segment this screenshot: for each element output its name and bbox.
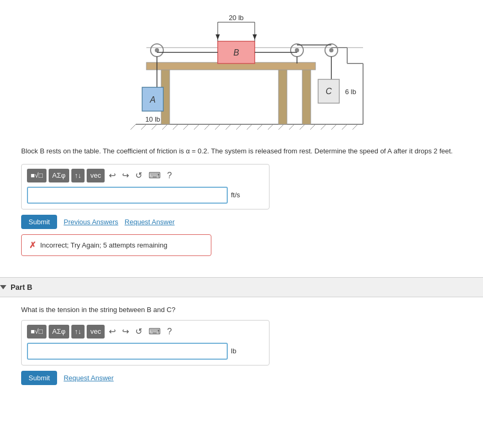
input-row-b: lb <box>27 343 264 360</box>
svg-line-12 <box>247 124 252 130</box>
collapse-icon[interactable] <box>0 285 6 289</box>
svg-line-9 <box>215 124 220 130</box>
submit-btn-b[interactable]: Submit <box>21 371 57 385</box>
help-btn-b[interactable]: ? <box>165 326 174 337</box>
svg-line-14 <box>268 124 273 130</box>
request-answer-btn-a[interactable]: Request Answer <box>125 218 175 226</box>
submit-row-a: Submit Previous Answers Request Answer <box>21 215 462 229</box>
redo-btn-b[interactable]: ↪ <box>120 325 131 337</box>
problem-text: Block B rests on the table. The coeffici… <box>21 146 462 157</box>
undo-btn-a[interactable]: ↩ <box>107 169 118 181</box>
svg-marker-40 <box>253 34 257 40</box>
error-box: ✗ Incorrect; Try Again; 5 attempts remai… <box>21 234 211 256</box>
svg-line-10 <box>226 124 231 130</box>
svg-line-19 <box>321 124 326 130</box>
help-btn-a[interactable]: ? <box>165 170 174 181</box>
part-b-answer-box: ■√□ ΑΣφ ↑↓ vec ↩ ↪ ↺ ⌨ ? lb <box>21 320 270 365</box>
svg-rect-25 <box>302 69 311 124</box>
symbol-btn-b[interactable]: ΑΣφ <box>49 325 69 339</box>
main-container: B 20 lb A 10 lb <box>0 0 483 277</box>
submit-btn-a[interactable]: Submit <box>21 215 57 229</box>
format-btn-b[interactable]: ↑↓ <box>71 325 85 339</box>
toolbar-b: ■√□ ΑΣφ ↑↓ vec ↩ ↪ ↺ ⌨ ? <box>27 325 264 339</box>
request-answer-btn-b[interactable]: Request Answer <box>63 374 114 382</box>
svg-line-7 <box>194 124 199 130</box>
vec-btn-a[interactable]: vec <box>87 169 105 182</box>
svg-line-17 <box>300 124 305 130</box>
part-a-answer-box: ■√□ ΑΣφ ↑↓ vec ↩ ↪ ↺ ⌨ ? ft/s <box>21 164 270 209</box>
refresh-btn-b[interactable]: ↺ <box>133 325 144 337</box>
svg-rect-24 <box>278 69 287 124</box>
undo-btn-b[interactable]: ↩ <box>107 325 118 337</box>
svg-text:C: C <box>326 87 332 96</box>
diagram-area: B 20 lb A 10 lb <box>21 5 462 138</box>
svg-line-21 <box>342 124 347 130</box>
format-btn-a[interactable]: ↑↓ <box>71 169 85 182</box>
svg-line-16 <box>289 124 294 130</box>
label-6lb: 6 lb <box>345 88 356 96</box>
part-b-question: What is the tension in the string betwee… <box>21 306 462 314</box>
svg-line-4 <box>162 124 168 130</box>
previous-answers-btn[interactable]: Previous Answers <box>63 218 118 226</box>
math-input-btn-a[interactable]: ■√□ <box>27 169 47 182</box>
svg-line-20 <box>331 124 337 130</box>
part-b-header: Part B <box>0 277 483 297</box>
svg-line-13 <box>257 124 263 130</box>
part-b-label: Part B <box>11 283 32 291</box>
svg-line-22 <box>352 124 358 130</box>
submit-row-b: Submit Request Answer <box>21 371 462 385</box>
svg-point-29 <box>155 48 159 52</box>
input-row-a: ft/s <box>27 187 264 204</box>
svg-point-33 <box>329 48 333 52</box>
svg-line-3 <box>152 124 157 130</box>
answer-input-a[interactable] <box>27 187 228 204</box>
unit-label-b: lb <box>231 347 247 355</box>
svg-line-11 <box>236 124 242 130</box>
svg-line-6 <box>183 124 189 130</box>
svg-line-1 <box>131 124 136 130</box>
redo-btn-a[interactable]: ↪ <box>120 169 131 181</box>
svg-text:A: A <box>150 95 156 104</box>
svg-marker-39 <box>216 34 220 40</box>
svg-line-8 <box>205 124 210 130</box>
refresh-btn-a[interactable]: ↺ <box>133 169 144 181</box>
keyboard-btn-a[interactable]: ⌨ <box>146 169 163 181</box>
svg-line-18 <box>310 124 315 130</box>
keyboard-btn-b[interactable]: ⌨ <box>146 325 163 337</box>
svg-line-15 <box>278 124 284 130</box>
label-10lb: 10 lb <box>145 115 160 123</box>
symbol-btn-a[interactable]: ΑΣφ <box>49 169 69 182</box>
label-20lb: 20 lb <box>229 14 244 22</box>
error-message: Incorrect; Try Again; 5 attempts remaini… <box>40 241 168 249</box>
svg-text:B: B <box>234 48 239 57</box>
answer-input-b[interactable] <box>27 343 228 360</box>
diagram-svg: B 20 lb A 10 lb <box>104 11 379 138</box>
toolbar-a: ■√□ ΑΣφ ↑↓ vec ↩ ↪ ↺ ⌨ ? <box>27 169 264 182</box>
svg-point-31 <box>295 48 299 52</box>
part-b-content: What is the tension in the string betwee… <box>0 306 483 401</box>
error-icon: ✗ <box>29 240 36 250</box>
unit-label-a: ft/s <box>231 191 247 199</box>
math-input-btn-b[interactable]: ■√□ <box>27 325 47 339</box>
svg-line-5 <box>173 124 178 130</box>
vec-btn-b[interactable]: vec <box>87 325 105 339</box>
svg-line-2 <box>141 124 146 130</box>
